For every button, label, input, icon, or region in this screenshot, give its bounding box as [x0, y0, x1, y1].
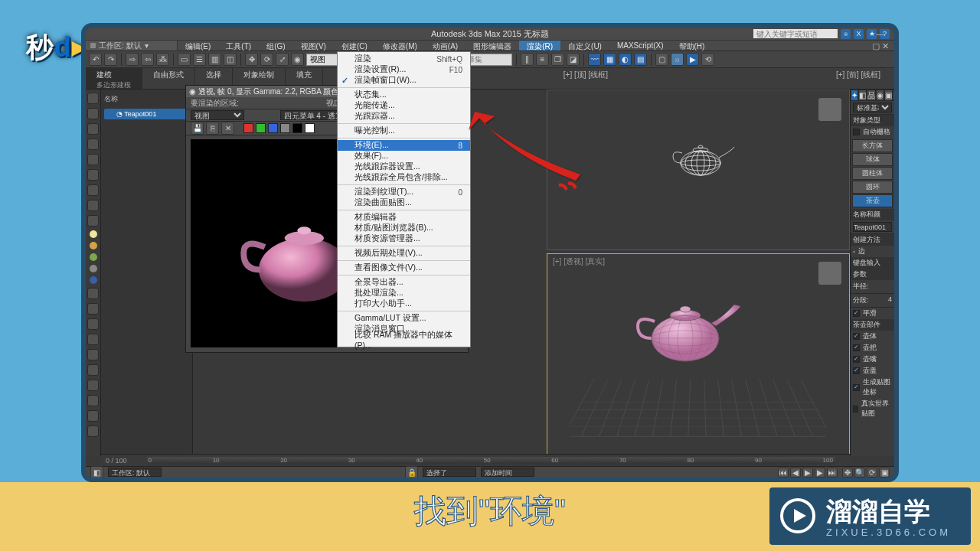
rollup-header[interactable]: 茶壶部件 [851, 319, 894, 331]
select-name-button[interactable]: ☰ [193, 53, 206, 66]
menu-item[interactable]: 材质资源管理器... [338, 233, 470, 244]
timeline[interactable]: 0 / 100 0102030405060708090100 [101, 454, 850, 466]
bind-button[interactable]: ⁂ [156, 53, 169, 66]
menu-item[interactable]: 视图(V) [293, 41, 334, 51]
tool-icon[interactable] [87, 425, 99, 437]
viewport-perspective[interactable]: [+] [透视] [真实] [547, 253, 850, 456]
unlink-button[interactable]: ⇦ [141, 53, 154, 66]
save-icon[interactable]: 💾 [191, 122, 204, 135]
menu-item[interactable]: 光线跟踪器设置... [338, 161, 470, 172]
tool-icon[interactable] [87, 169, 99, 181]
maxscript-icon[interactable]: ◧ [90, 466, 103, 479]
hierarchy-tab[interactable]: 品 [867, 90, 876, 101]
material-editor-button[interactable]: ◐ [619, 53, 632, 66]
category-dropdown[interactable]: 标准基本体 [853, 103, 892, 112]
tool-icon[interactable] [87, 154, 99, 165]
window-crossing-button[interactable]: ◫ [224, 53, 237, 66]
toggle-button[interactable]: ◪ [567, 53, 580, 66]
rollup-header[interactable]: 键盘输入 [851, 257, 894, 269]
color-swatch[interactable] [90, 276, 97, 284]
prev-frame-icon[interactable]: ◀ [790, 468, 801, 478]
play-icon[interactable]: ▶ [802, 468, 813, 478]
signin-icon[interactable]: ⍟ [841, 29, 851, 39]
menu-item[interactable]: 渲染(R) [519, 41, 560, 51]
channel-b[interactable] [268, 123, 278, 133]
display-tab[interactable]: ▣ [884, 90, 893, 101]
menu-item[interactable]: 帮助(H) [671, 41, 713, 51]
max-toggle-icon[interactable]: ▣ [879, 468, 890, 478]
undo-button[interactable]: ↶ [89, 53, 102, 66]
channel-mono[interactable] [292, 123, 302, 133]
rotate-button[interactable]: ⟳ [260, 53, 273, 66]
part-checkbox[interactable]: 壶体 [851, 331, 894, 342]
menu-item[interactable]: 曝光控制... [338, 126, 470, 136]
tool-icon[interactable] [87, 200, 99, 211]
menu-item[interactable]: 工具(T) [218, 41, 259, 51]
part-checkbox[interactable]: 壶把 [851, 342, 894, 354]
tool-icon[interactable] [87, 410, 99, 422]
util-tab[interactable]: ✧ [893, 90, 899, 101]
viewport-label[interactable]: [+] [透视] [真实] [550, 256, 607, 268]
menu-item[interactable]: 创建(C) [334, 41, 375, 51]
next-frame-icon[interactable]: ▶ [815, 468, 825, 478]
color-swatch[interactable] [90, 230, 97, 238]
tool-icon[interactable] [87, 380, 99, 391]
ribbon-tab-model[interactable]: 建模 多边形建模 [86, 68, 142, 89]
menu-item[interactable]: 光线跟踪全局包含/排除... [338, 172, 470, 183]
help-input[interactable] [753, 29, 838, 38]
menu-item[interactable]: 渲染Shift+Q [338, 54, 470, 64]
tool-icon[interactable] [87, 123, 99, 135]
scene-item[interactable]: ◔ Teapot001 [104, 109, 189, 119]
menu-item[interactable]: 修改器(M) [375, 41, 425, 51]
select-button[interactable]: ▭ [178, 53, 191, 66]
scene-explorer[interactable]: 名称 ◔ Teapot001 [101, 90, 193, 456]
render-menu[interactable]: 渲染Shift+Q渲染设置(R)...F10✓渲染帧窗口(W)...状态集...… [337, 51, 471, 347]
menu-item[interactable]: 全景导出器... [338, 277, 470, 288]
render-area-dropdown[interactable]: 视图 [191, 110, 244, 120]
tool-icon[interactable] [87, 334, 99, 345]
menu-item[interactable]: 渲染设置(R)...F10 [338, 64, 470, 75]
tool-icon[interactable] [87, 364, 99, 376]
layer-button[interactable]: ❐ [551, 53, 564, 66]
align-button[interactable]: ≡ [536, 53, 549, 66]
channel-r[interactable] [243, 123, 253, 133]
menu-item[interactable]: 渲染曲面贴图... [338, 197, 470, 208]
viewport-front[interactable] [547, 90, 850, 250]
menu-item[interactable]: 状态集... [338, 90, 470, 100]
color-swatch[interactable] [90, 265, 97, 272]
menu-item[interactable]: 光跟踪器... [338, 111, 470, 122]
tool-icon[interactable] [87, 108, 99, 119]
rollup-header[interactable]: 名称和颜 [851, 209, 894, 220]
scale-button[interactable]: ⤢ [276, 53, 289, 66]
goto-end-icon[interactable]: ⏭ [827, 468, 838, 478]
rollup-header[interactable]: 对象类型 [851, 115, 894, 126]
primitive-button[interactable]: 圆环 [852, 181, 893, 194]
menu-item[interactable]: 自定义(U) [560, 41, 609, 51]
color-swatch[interactable] [90, 253, 97, 261]
motion-tab[interactable]: ◉ [876, 90, 884, 101]
menu-item[interactable]: 材质编辑器 [338, 212, 470, 223]
menu-item[interactable]: 比较 RAM 播放器中的媒体(P)... [338, 334, 470, 345]
tool-icon[interactable] [87, 395, 99, 406]
tool-icon[interactable] [87, 215, 99, 227]
schematic-button[interactable]: ▦ [603, 53, 616, 66]
menu-item[interactable]: 视频后期处理(V)... [338, 248, 470, 259]
render-setup-button[interactable]: ▤ [634, 53, 647, 66]
orbit-icon[interactable]: ⟳ [867, 468, 877, 478]
render-iter-button[interactable]: ⟲ [701, 53, 714, 66]
modify-tab[interactable]: ◧ [858, 90, 867, 101]
create-tab[interactable]: ✦ [851, 90, 858, 101]
menu-item[interactable]: 材质/贴图浏览器(B)... [338, 223, 470, 233]
select-rect-button[interactable]: ▥ [208, 53, 221, 66]
mirror-button[interactable]: ‖ [521, 53, 534, 66]
part-checkbox[interactable]: 壶盖 [851, 365, 894, 377]
zoom-icon[interactable]: 🔍 [854, 468, 865, 478]
viewcube-icon[interactable] [818, 98, 841, 121]
primitive-button[interactable]: 长方体 [852, 139, 893, 152]
exchange-icon[interactable]: X [854, 29, 864, 39]
tool-icon[interactable] [87, 349, 99, 360]
menu-item[interactable]: Gamma/LUT 设置... [338, 313, 470, 324]
menu-item[interactable]: 渲染到纹理(T)...0 [338, 187, 470, 197]
menu-item[interactable]: 环境(E)...8 [338, 140, 470, 151]
object-name-input[interactable] [853, 222, 892, 232]
